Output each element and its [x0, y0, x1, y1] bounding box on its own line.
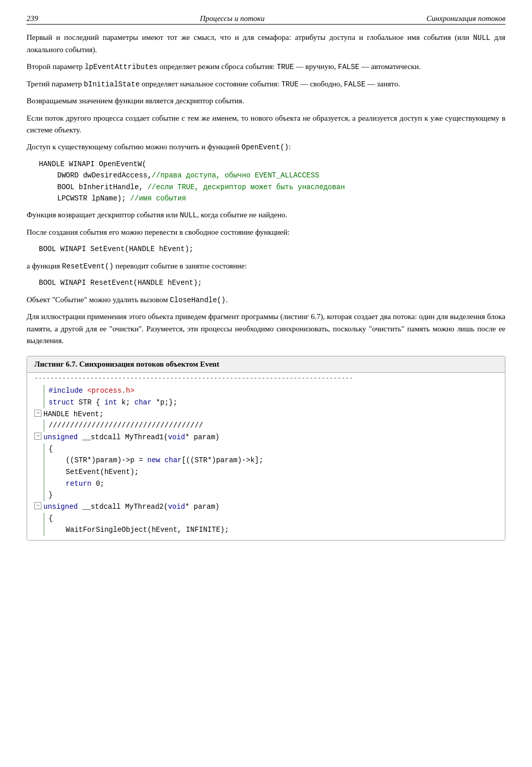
header-center-text: Процессы и потоки [38, 14, 427, 23]
code-line-4: LPCWSTR lpName); //имя события [57, 193, 505, 204]
code-line-open-brace-1: { [32, 443, 500, 455]
paragraph-3: Третий параметр bInitialState определяет… [27, 78, 505, 91]
fold-indicator-4 [32, 420, 43, 421]
false-keyword-1: FALSE [338, 63, 359, 71]
listing-title: Листинг 6.7. Синхронизация потоков объек… [27, 356, 505, 373]
fold-indicator-12 [32, 513, 43, 514]
paragraph-1: Первый и последний параметры имеют тот ж… [27, 32, 505, 56]
include-line: #include <process.h> [43, 385, 500, 397]
paragraph-4: Возвращаемым значением функции является … [27, 95, 505, 107]
paragraph-9: а функция ResetEvent() переводит событие… [27, 260, 505, 273]
slashes-line: //////////////////////////////////// [43, 420, 500, 432]
code-line-thread1-def: − unsigned __stdcall MyThread1(void* par… [32, 432, 500, 443]
code-line-1: HANDLE WINAPI OpenEventW( [39, 159, 505, 170]
comment-3: //имя события [130, 194, 186, 202]
resetevent-code-block: BOOL WINAPI ResetEvent(HANDLE hEvent); [39, 277, 505, 288]
thread1-def-line: unsigned __stdcall MyThread1(void* param… [43, 432, 500, 443]
setevent-code-block: BOOL WINAPI SetEvent(HANDLE hEvent); [39, 243, 505, 255]
header-right-text: Синхронизация потоков [427, 14, 505, 23]
code-line-struct: struct STR { int k; char *p;}; [32, 397, 500, 409]
setevent-call-line: SetEvent(hEvent); [43, 466, 500, 478]
resetevent-code: BOOL WINAPI ResetEvent(HANDLE hEvent); [39, 279, 202, 287]
dword-param: DWORD dwDesiredAccess, [57, 171, 152, 179]
listing-title-text: Листинг 6.7. Синхронизация потоков объек… [34, 360, 219, 368]
paragraph-7: Функция возвращает дескриптор события ил… [27, 209, 505, 221]
code-line-include: #include <process.h> [32, 385, 500, 397]
closehandle-func: CloseHandle() [170, 296, 225, 304]
paragraph-2: Второй параметр lpEventAttributes опреде… [27, 61, 505, 73]
body-content: Первый и последний параметры имеют тот ж… [27, 32, 505, 347]
param-lpeventattributes: lpEventAttributes [85, 63, 158, 71]
listing-box: Листинг 6.7. Синхронизация потоков объек… [27, 356, 505, 540]
fold-indicator-9 [32, 478, 43, 479]
code-line-setevent-call: SetEvent(hEvent); [32, 466, 500, 478]
fold-indicator-7 [32, 455, 43, 456]
paragraph-5: Если поток другого процесса создает собы… [27, 112, 505, 137]
fold-indicator-1 [32, 385, 43, 386]
page-header: 239 Процессы и потоки Синхронизация пото… [27, 14, 505, 25]
code-line-thread2-def: − unsigned __stdcall MyThread2(void* par… [32, 501, 500, 513]
fold-indicator-10 [32, 489, 43, 490]
setevent-code: BOOL WINAPI SetEvent(HANDLE hEvent); [39, 245, 193, 253]
listing-code: #include <process.h> struct STR { int k;… [27, 383, 505, 540]
true-keyword-2: TRUE [281, 80, 298, 88]
struct-line: struct STR { int k; char *p;}; [43, 397, 500, 409]
open-brace-1: { [43, 443, 500, 455]
paragraph-6: Доступ к существующему событию можно пол… [27, 141, 505, 153]
fold-minus-2[interactable]: − [34, 433, 41, 440]
resetevent-func: ResetEvent() [62, 262, 113, 270]
null-keyword-2: NULL [180, 211, 197, 219]
bool-param: BOOL bInheritHandle, [57, 183, 147, 191]
paragraph-11: Для иллюстрации применения этого объекта… [27, 311, 505, 347]
fold-minus-1[interactable]: − [34, 410, 41, 417]
code-line-handle: − HANDLE hEvent; [32, 409, 500, 420]
true-keyword-1: TRUE [276, 63, 294, 71]
close-brace-1: } [43, 489, 500, 501]
page: 239 Процессы и потоки Синхронизация пото… [0, 0, 532, 767]
code-line-3: BOOL bInheritHandle, //если TRUE, дескри… [57, 182, 505, 193]
code-line-waitfor: WaitForSingleObject(hEvent, INFINITE); [32, 524, 500, 536]
null-keyword: NULL [473, 34, 491, 42]
fold-minus-3[interactable]: − [34, 502, 41, 509]
comment-2: //если TRUE, дескриптор может быть унасл… [147, 183, 344, 191]
open-brace-2: { [43, 513, 500, 525]
code-line-slashes: //////////////////////////////////// [32, 420, 500, 432]
false-keyword-2: FALSE [344, 80, 365, 88]
openevent-func: OpenEvent() [242, 143, 289, 151]
code-line-new-char: ((STR*)param)->p = new char[((STR*)param… [32, 455, 500, 466]
fold-indicator-13 [32, 524, 43, 525]
handle-line: HANDLE hEvent; [43, 409, 500, 420]
paragraph-8: После создания события его можно перевес… [27, 227, 505, 238]
return-0-line: return 0; [43, 478, 500, 490]
comment-1: //права доступа, обычно EVENT_ALLACCESS [152, 171, 319, 179]
fold-indicator-6 [32, 443, 43, 444]
lpcwstr-param: LPCWSTR lpName); [57, 194, 130, 202]
openevent-code-block: HANDLE WINAPI OpenEventW( DWORD dwDesire… [39, 159, 505, 205]
handle-winapi: HANDLE WINAPI OpenEventW( [39, 160, 146, 168]
code-line-2: DWORD dwDesiredAccess,//права доступа, о… [57, 170, 505, 181]
fold-indicator-8 [32, 466, 43, 467]
param-binitialstate: bInitialState [84, 80, 140, 88]
fold-indicator-2 [32, 397, 43, 398]
new-char-line: ((STR*)param)->p = new char[((STR*)param… [43, 455, 500, 466]
code-line-open-brace-2: { [32, 513, 500, 525]
code-line-close-brace-1: } [32, 489, 500, 501]
listing-divider: ----------------------------------------… [27, 373, 505, 383]
paragraph-10: Объект "Событие" можно удалить вызовом C… [27, 294, 505, 306]
waitfor-line: WaitForSingleObject(hEvent, INFINITE); [43, 524, 500, 536]
fold-indicator-5: − [32, 432, 43, 440]
page-number: 239 [27, 14, 38, 23]
thread2-def-line: unsigned __stdcall MyThread2(void* param… [43, 501, 500, 513]
code-line-return-0: return 0; [32, 478, 500, 490]
fold-indicator-11: − [32, 501, 43, 509]
fold-indicator-3: − [32, 409, 43, 417]
